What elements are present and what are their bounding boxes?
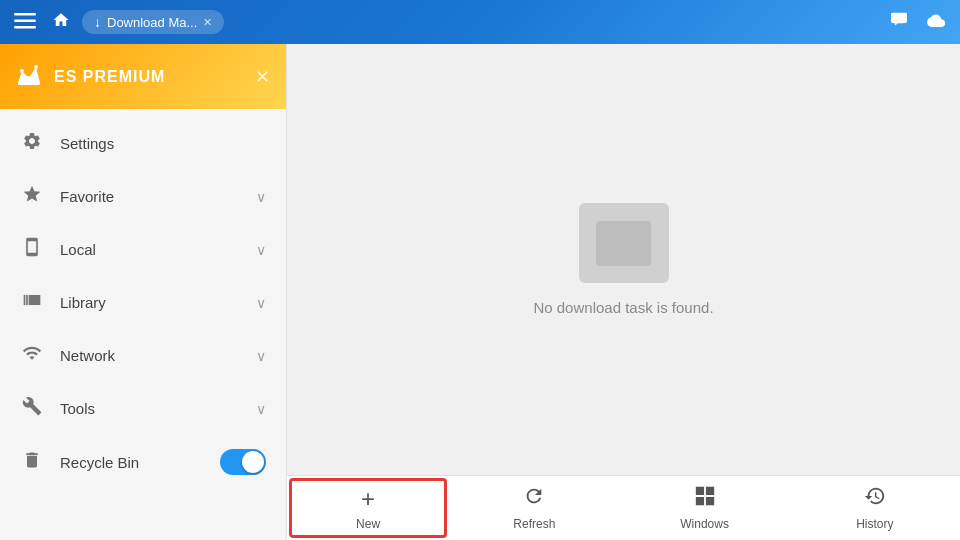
chat-icon[interactable] bbox=[886, 8, 912, 36]
history-button[interactable]: History bbox=[790, 476, 960, 540]
crown-icon bbox=[16, 63, 42, 91]
favorite-icon bbox=[20, 184, 44, 209]
toggle-knob bbox=[242, 451, 264, 473]
empty-state-icon bbox=[579, 203, 669, 283]
svg-rect-1 bbox=[14, 19, 36, 22]
settings-label: Settings bbox=[60, 135, 266, 152]
svg-point-6 bbox=[20, 69, 24, 73]
bottom-toolbar: + New Refresh W bbox=[287, 475, 960, 540]
download-arrow-icon: ↓ bbox=[94, 14, 101, 30]
network-label: Network bbox=[60, 347, 240, 364]
recycle-bin-icon bbox=[20, 450, 44, 475]
settings-icon bbox=[20, 131, 44, 156]
app-header: ↓ Download Ma... ✕ bbox=[0, 0, 960, 44]
history-icon bbox=[864, 485, 886, 513]
network-chevron-icon: ∨ bbox=[256, 348, 266, 364]
history-label: History bbox=[856, 517, 893, 531]
svg-point-8 bbox=[27, 76, 31, 80]
windows-icon bbox=[694, 485, 716, 513]
local-chevron-icon: ∨ bbox=[256, 242, 266, 258]
library-label: Library bbox=[60, 294, 240, 311]
library-icon bbox=[20, 290, 44, 315]
sidebar-items-list: Settings Favorite ∨ Local bbox=[0, 109, 286, 540]
premium-banner[interactable]: ES PREMIUM ✕ bbox=[0, 44, 286, 109]
sidebar-item-library[interactable]: Library ∨ bbox=[0, 276, 286, 329]
new-button-wrapper: + New bbox=[287, 476, 449, 540]
new-button-label: New bbox=[356, 517, 380, 531]
svg-point-7 bbox=[34, 65, 38, 69]
premium-left: ES PREMIUM bbox=[16, 63, 165, 91]
home-icon[interactable] bbox=[48, 7, 74, 37]
menu-icon[interactable] bbox=[10, 7, 40, 38]
premium-label: ES PREMIUM bbox=[54, 68, 165, 86]
active-tab[interactable]: ↓ Download Ma... ✕ bbox=[82, 10, 224, 34]
new-button[interactable]: + New bbox=[287, 476, 449, 540]
windows-button[interactable]: Windows bbox=[620, 476, 790, 540]
tools-label: Tools bbox=[60, 400, 240, 417]
sidebar-item-favorite[interactable]: Favorite ∨ bbox=[0, 170, 286, 223]
new-plus-icon: + bbox=[361, 485, 375, 513]
windows-label: Windows bbox=[680, 517, 729, 531]
sidebar-item-tools[interactable]: Tools ∨ bbox=[0, 382, 286, 435]
sidebar-item-settings[interactable]: Settings bbox=[0, 117, 286, 170]
sidebar: ES PREMIUM ✕ Settings bbox=[0, 44, 287, 540]
recycle-bin-toggle[interactable] bbox=[220, 449, 266, 475]
header-actions bbox=[886, 8, 950, 36]
content-area: No download task is found. + New Refres bbox=[287, 44, 960, 540]
tab-close-icon[interactable]: ✕ bbox=[203, 16, 212, 29]
svg-rect-2 bbox=[14, 26, 36, 29]
recycle-bin-label: Recycle Bin bbox=[60, 454, 204, 471]
svg-rect-5 bbox=[18, 82, 40, 85]
local-label: Local bbox=[60, 241, 240, 258]
cloud-icon[interactable] bbox=[920, 8, 950, 36]
tab-title: Download Ma... bbox=[107, 15, 197, 30]
sidebar-item-local[interactable]: Local ∨ bbox=[0, 223, 286, 276]
favorite-label: Favorite bbox=[60, 188, 240, 205]
local-icon bbox=[20, 237, 44, 262]
refresh-label: Refresh bbox=[513, 517, 555, 531]
empty-state: No download task is found. bbox=[287, 44, 960, 475]
sidebar-item-network[interactable]: Network ∨ bbox=[0, 329, 286, 382]
empty-icon-inner bbox=[596, 221, 651, 266]
library-chevron-icon: ∨ bbox=[256, 295, 266, 311]
favorite-chevron-icon: ∨ bbox=[256, 189, 266, 205]
main-layout: ES PREMIUM ✕ Settings bbox=[0, 44, 960, 540]
tools-chevron-icon: ∨ bbox=[256, 401, 266, 417]
empty-state-text: No download task is found. bbox=[533, 299, 713, 316]
network-icon bbox=[20, 343, 44, 368]
sidebar-item-recycle-bin[interactable]: Recycle Bin bbox=[0, 435, 286, 489]
tools-icon bbox=[20, 396, 44, 421]
svg-rect-0 bbox=[14, 13, 36, 16]
premium-close-icon[interactable]: ✕ bbox=[255, 66, 270, 88]
refresh-button[interactable]: Refresh bbox=[449, 476, 619, 540]
refresh-icon bbox=[523, 485, 545, 513]
